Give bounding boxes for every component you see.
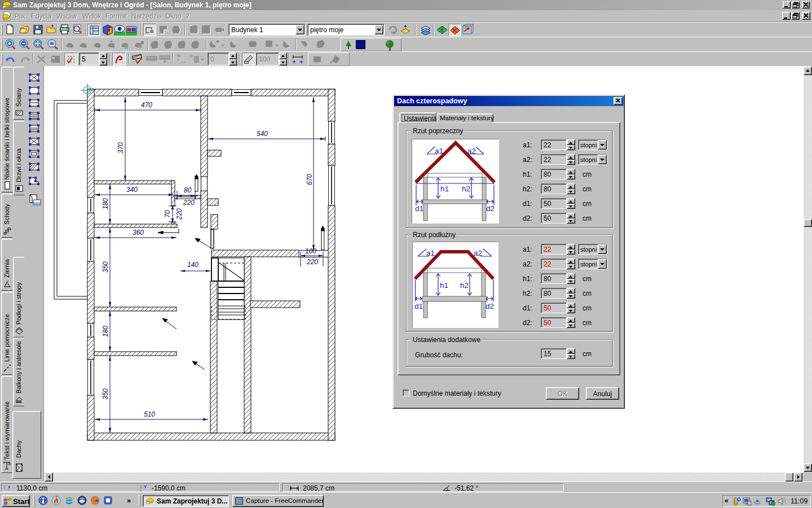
svg-text:360: 360 — [133, 229, 144, 237]
svg-text:d1: d1 — [415, 204, 423, 213]
svg-text:350: 350 — [102, 388, 109, 400]
svg-text:470: 470 — [141, 101, 152, 109]
svg-text:350: 350 — [102, 261, 109, 273]
svg-text:90: 90 — [189, 54, 193, 58]
svg-text:d1: d1 — [414, 302, 423, 310]
svg-text:a1: a1 — [426, 249, 435, 257]
svg-text:220: 220 — [306, 258, 318, 266]
svg-text:d2: d2 — [486, 302, 494, 310]
svg-text:340: 340 — [126, 186, 138, 194]
svg-text:180: 180 — [102, 198, 109, 209]
svg-text:180: 180 — [102, 326, 109, 337]
svg-text:70: 70 — [164, 210, 171, 218]
svg-text:10: 10 — [8, 462, 11, 466]
svg-text:540: 540 — [257, 130, 268, 138]
svg-text:h2: h2 — [462, 185, 470, 193]
svg-text:h1: h1 — [440, 281, 448, 290]
svg-text:220: 220 — [175, 208, 183, 220]
svg-text:510: 510 — [144, 410, 155, 418]
svg-text:h1: h1 — [440, 185, 449, 193]
svg-text:h2: h2 — [460, 281, 469, 290]
svg-text:670: 670 — [306, 174, 314, 185]
svg-text:220: 220 — [183, 199, 195, 207]
svg-text:a1: a1 — [435, 147, 443, 155]
svg-text:a2: a2 — [474, 249, 482, 257]
svg-text:80: 80 — [184, 186, 192, 194]
svg-text:100: 100 — [305, 247, 316, 255]
svg-text:a2: a2 — [467, 147, 476, 155]
svg-text:370: 370 — [117, 142, 125, 154]
svg-text:d2: d2 — [486, 204, 495, 213]
svg-text:Y: Y — [144, 484, 147, 489]
svg-text:x: x — [8, 484, 11, 489]
svg-text:140: 140 — [187, 261, 198, 269]
